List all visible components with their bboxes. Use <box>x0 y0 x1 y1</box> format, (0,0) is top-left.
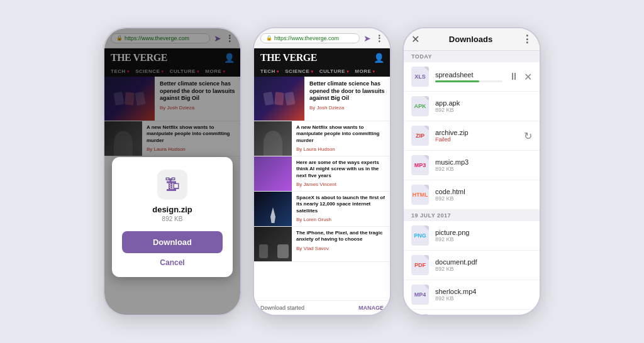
downloads-header: ✕ Downloads ⋮ <box>404 28 540 51</box>
img-shape-2a <box>263 92 274 106</box>
download-started-text: Download started <box>260 305 304 311</box>
dl-size-mp4: 892 KB <box>435 295 532 302</box>
dl-actions-spreadsheet: ⏸ ✕ <box>509 71 532 83</box>
url-bar-2[interactable]: 🔒 https://www.theverge.com <box>260 33 360 43</box>
pause-icon[interactable]: ⏸ <box>509 71 519 82</box>
article-small-img-2c <box>254 192 292 226</box>
article-small-2d[interactable]: The iPhone, the Pixel, and the tragic an… <box>254 227 390 262</box>
article-small-img-2d <box>254 227 292 261</box>
dl-info-mp3: music.mp3 892 KB <box>435 158 532 172</box>
dl-info-pdf: document.pdf 892 KB <box>435 258 532 272</box>
send-icon-2[interactable]: ➤ <box>364 33 371 43</box>
article-small-title-2a: A new Netflix show wants to manipulate p… <box>296 124 386 144</box>
section-today: TODAY <box>404 51 540 62</box>
img-shape-2b <box>274 92 284 105</box>
article-small-byline-2d: By Vlad Savov <box>296 246 386 251</box>
close-dl-icon[interactable]: ✕ <box>524 71 532 83</box>
article-byline-2: By Josh Dzieza <box>309 105 385 111</box>
article-small-text-2c: SpaceX is about to launch the first of i… <box>292 192 390 226</box>
dl-item-mp4[interactable]: MP4 sherlock.mp4 892 KB <box>404 280 540 310</box>
article-small-2b[interactable]: Here are some of the ways experts think … <box>254 156 390 192</box>
article-title-2: Better climate science has opened the do… <box>309 80 385 102</box>
dl-status-failed: Failed <box>435 136 518 143</box>
dl-item-apk[interactable]: APK app.apk 892 KB <box>404 92 540 121</box>
dl-file-icon-spreadsheet: XLS <box>411 67 429 87</box>
dl-info-apk: app.apk 892 KB <box>435 99 532 113</box>
menu-tech-2[interactable]: TECH ▼ <box>260 68 280 74</box>
verge-logo-text-2: THE VERGE <box>260 52 317 63</box>
dl-progress-bar <box>435 80 479 82</box>
article-small-byline-2b: By James Vincent <box>296 182 386 187</box>
dl-file-icon-zip: ZIP <box>411 126 429 146</box>
article-hero-2[interactable]: Better climate science has opened the do… <box>254 77 390 121</box>
manage-button[interactable]: MANAGE <box>358 305 384 311</box>
dl-name-apk: app.apk <box>435 99 532 107</box>
article-img-decor-2 <box>254 77 304 121</box>
downloads-more-icon[interactable]: ⋮ <box>522 33 532 45</box>
dl-actions-zip: ↻ <box>524 130 532 142</box>
article-small-2a[interactable]: A new Netflix show wants to manipulate p… <box>254 121 390 156</box>
verge-logo-2: THE VERGE 👤 <box>260 52 384 66</box>
dl-size-mp3: 892 KB <box>435 166 532 172</box>
phone-bottom-bar: Download started MANAGE <box>254 300 390 315</box>
lock-icon-2: 🔒 <box>266 35 272 41</box>
dl-item-pdf[interactable]: PDF document.pdf 892 KB <box>404 251 540 280</box>
img-shape-2c <box>284 92 295 106</box>
retry-icon[interactable]: ↻ <box>524 130 532 142</box>
img-shapes-2 <box>264 92 294 105</box>
dl-info-mp4: sherlock.mp4 892 KB <box>435 288 532 302</box>
dl-name-html: code.html <box>435 188 532 195</box>
cancel-button[interactable]: Cancel <box>160 258 184 267</box>
phone-3: ✕ Downloads ⋮ TODAY XLS spreadsheet ⏸ ✕ <box>402 27 541 316</box>
dl-item-png[interactable]: PNG picture.png 892 KB <box>404 221 540 251</box>
download-button[interactable]: Download <box>122 231 223 253</box>
browser-icons-2: ➤ ⋮ <box>364 33 384 43</box>
menu-science-2[interactable]: SCIENCE ▼ <box>285 68 314 74</box>
phone-grid-shape2 <box>259 244 268 258</box>
article-small-title-2b: Here are some of the ways experts think … <box>296 160 386 179</box>
dl-item-zip[interactable]: ZIP archive.zip Failed ↻ <box>404 121 540 151</box>
dl-size-html: 892 KB <box>435 195 532 202</box>
dl-progress-wrap <box>435 80 502 82</box>
downloads-title: Downloads <box>449 35 492 44</box>
file-icon: 🗜 <box>165 176 180 193</box>
article-small-title-2d: The iPhone, the Pixel, and the tragic an… <box>296 230 386 243</box>
more-icon-2[interactable]: ⋮ <box>375 33 384 43</box>
dialog-filename: design.zip <box>152 205 192 214</box>
dl-info-spreadsheet: spreadsheet <box>435 71 502 82</box>
dl-file-icon-html: HTML <box>411 185 429 205</box>
dl-size-png: 892 KB <box>435 236 532 242</box>
dl-file-icon-mp3: MP3 <box>411 155 429 175</box>
article-small-img-2a <box>254 121 292 156</box>
verge-nav-2: THE VERGE 👤 TECH ▼ SCIENCE ▼ CULTURE ▼ M… <box>254 48 390 77</box>
dl-item-html[interactable]: HTML code.html 892 KB <box>404 180 540 210</box>
download-dialog: 🗜 design.zip 892 KB Download Cancel <box>112 157 233 277</box>
dl-name-spreadsheet: spreadsheet <box>435 71 502 79</box>
dl-item-mp3[interactable]: MP3 music.mp3 892 KB <box>404 151 540 180</box>
article-small-byline-2a: By Laura Hudson <box>296 146 386 152</box>
dl-name-pdf: document.pdf <box>435 258 532 266</box>
article-small-text-2a: A new Netflix show wants to manipulate p… <box>292 121 390 156</box>
dl-file-icon-pdf: PDF <box>411 255 429 275</box>
close-icon[interactable]: ✕ <box>411 33 419 45</box>
article-list-2: Better climate science has opened the do… <box>254 77 390 300</box>
dl-file-icon-apk: APK <box>411 96 429 116</box>
dl-info-zip: archive.zip Failed <box>435 129 518 143</box>
menu-culture-2[interactable]: CULTURE ▼ <box>319 68 350 74</box>
article-small-text-2b: Here are some of the ways experts think … <box>292 156 390 191</box>
dl-file-icon-mp4: MP4 <box>411 285 429 305</box>
phones-container: 🔒 https://www.theverge.com ➤ ⋮ THE VERGE… <box>91 14 553 329</box>
dialog-filesize: 892 KB <box>162 215 183 222</box>
person-silhouette-2 <box>264 131 282 156</box>
article-small-2c[interactable]: SpaceX is about to launch the first of i… <box>254 192 390 227</box>
dl-name-png: picture.png <box>435 229 532 236</box>
browser-bar-2: 🔒 https://www.theverge.com ➤ ⋮ <box>254 28 390 48</box>
person-icon-2[interactable]: 👤 <box>374 53 384 63</box>
dl-item-spreadsheet[interactable]: XLS spreadsheet ⏸ ✕ <box>404 62 540 92</box>
dl-size-apk: 892 KB <box>435 107 532 113</box>
article-hero-img-2 <box>254 77 304 121</box>
dl-item-doc[interactable]: DOC spreadsheet.doc 892 KB <box>404 310 540 315</box>
downloads-list: TODAY XLS spreadsheet ⏸ ✕ APK <box>404 51 540 315</box>
menu-more-2[interactable]: MORE ▼ <box>355 68 375 74</box>
dl-name-mp3: music.mp3 <box>435 158 532 166</box>
